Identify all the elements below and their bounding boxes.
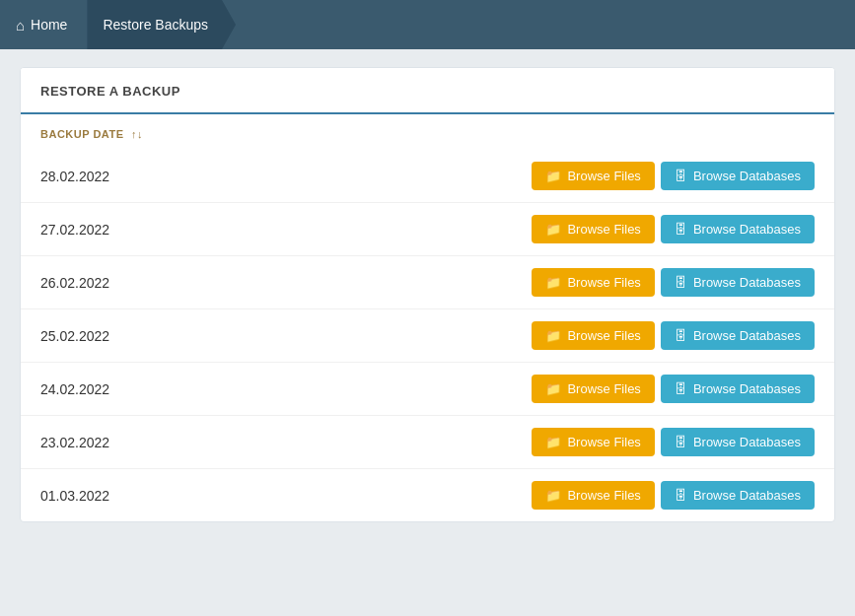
- breadcrumb-current[interactable]: Restore Backups: [87, 0, 236, 49]
- database-icon: 🗄: [675, 328, 687, 343]
- browse-databases-button[interactable]: 🗄Browse Databases: [661, 481, 815, 510]
- browse-files-button[interactable]: 📁Browse Files: [532, 481, 654, 510]
- browse-files-label: Browse Files: [567, 169, 640, 183]
- database-icon: 🗄: [675, 435, 687, 449]
- browse-files-label: Browse Files: [567, 328, 640, 343]
- table-row: 01.03.2022📁Browse Files🗄Browse Databases: [21, 469, 834, 522]
- folder-icon: 📁: [545, 275, 561, 290]
- browse-files-button[interactable]: 📁Browse Files: [532, 321, 654, 350]
- actions-cell: 📁Browse Files🗄Browse Databases: [266, 416, 834, 469]
- actions-cell: 📁Browse Files🗄Browse Databases: [266, 203, 834, 256]
- backup-date: 28.02.2022: [21, 150, 266, 203]
- browse-files-label: Browse Files: [567, 488, 640, 503]
- browse-databases-button[interactable]: 🗄Browse Databases: [661, 268, 815, 297]
- folder-icon: 📁: [545, 222, 561, 237]
- backup-date: 24.02.2022: [21, 363, 266, 416]
- browse-files-label: Browse Files: [567, 381, 640, 396]
- browse-databases-button[interactable]: 🗄Browse Databases: [661, 428, 815, 456]
- breadcrumb-nav: ⌂ Home Restore Backups: [0, 0, 855, 49]
- browse-databases-label: Browse Databases: [693, 435, 801, 449]
- folder-icon: 📁: [545, 435, 561, 449]
- actions-cell: 📁Browse Files🗄Browse Databases: [266, 363, 834, 416]
- browse-files-label: Browse Files: [567, 435, 640, 449]
- table-row: 28.02.2022📁Browse Files🗄Browse Databases: [21, 150, 834, 203]
- browse-databases-label: Browse Databases: [693, 275, 801, 290]
- backup-date: 25.02.2022: [21, 309, 266, 363]
- browse-files-button[interactable]: 📁Browse Files: [532, 162, 654, 190]
- actions-cell: 📁Browse Files🗄Browse Databases: [266, 150, 834, 203]
- database-icon: 🗄: [675, 381, 687, 396]
- backup-date: 23.02.2022: [21, 416, 266, 469]
- browse-files-label: Browse Files: [567, 275, 640, 290]
- browse-files-button[interactable]: 📁Browse Files: [532, 215, 654, 243]
- backup-date: 01.03.2022: [21, 469, 266, 522]
- breadcrumb-home-label: Home: [31, 17, 67, 33]
- sort-icon[interactable]: ↑↓: [131, 128, 143, 140]
- actions-cell: 📁Browse Files🗄Browse Databases: [266, 256, 834, 309]
- folder-icon: 📁: [545, 169, 561, 183]
- home-icon: ⌂: [16, 17, 25, 34]
- backup-table: BACKUP DATE ↑↓ 28.02.2022📁Browse Files🗄B…: [21, 114, 834, 521]
- table-row: 27.02.2022📁Browse Files🗄Browse Databases: [21, 203, 834, 256]
- breadcrumb-home[interactable]: ⌂ Home: [0, 0, 87, 49]
- backup-date: 26.02.2022: [21, 256, 266, 309]
- browse-files-button[interactable]: 📁Browse Files: [532, 375, 654, 403]
- table-row: 23.02.2022📁Browse Files🗄Browse Databases: [21, 416, 834, 469]
- browse-databases-label: Browse Databases: [693, 381, 801, 396]
- table-row: 26.02.2022📁Browse Files🗄Browse Databases: [21, 256, 834, 309]
- browse-databases-button[interactable]: 🗄Browse Databases: [661, 215, 815, 243]
- folder-icon: 📁: [545, 381, 561, 396]
- browse-databases-label: Browse Databases: [693, 222, 801, 237]
- card-title: RESTORE A BACKUP: [40, 84, 815, 99]
- breadcrumb-current-label: Restore Backups: [103, 17, 208, 33]
- table-row: 25.02.2022📁Browse Files🗄Browse Databases: [21, 309, 834, 363]
- column-actions-header: [266, 114, 834, 150]
- actions-cell: 📁Browse Files🗄Browse Databases: [266, 469, 834, 522]
- browse-databases-button[interactable]: 🗄Browse Databases: [661, 321, 815, 350]
- browse-databases-label: Browse Databases: [693, 488, 801, 503]
- restore-card: RESTORE A BACKUP BACKUP DATE ↑↓ 28.02.20…: [20, 67, 835, 522]
- backup-date: 27.02.2022: [21, 203, 266, 256]
- database-icon: 🗄: [675, 488, 687, 503]
- card-header: RESTORE A BACKUP: [21, 68, 834, 114]
- database-icon: 🗄: [675, 169, 687, 183]
- browse-databases-label: Browse Databases: [693, 169, 801, 183]
- browse-files-button[interactable]: 📁Browse Files: [532, 268, 654, 297]
- browse-databases-button[interactable]: 🗄Browse Databases: [661, 162, 815, 190]
- main-container: RESTORE A BACKUP BACKUP DATE ↑↓ 28.02.20…: [0, 49, 855, 540]
- database-icon: 🗄: [675, 275, 687, 290]
- browse-files-button[interactable]: 📁Browse Files: [532, 428, 654, 456]
- folder-icon: 📁: [545, 328, 561, 343]
- folder-icon: 📁: [545, 488, 561, 503]
- browse-databases-button[interactable]: 🗄Browse Databases: [661, 375, 815, 403]
- column-date-header[interactable]: BACKUP DATE ↑↓: [21, 114, 266, 150]
- browse-databases-label: Browse Databases: [693, 328, 801, 343]
- database-icon: 🗄: [675, 222, 687, 237]
- actions-cell: 📁Browse Files🗄Browse Databases: [266, 309, 834, 363]
- table-row: 24.02.2022📁Browse Files🗄Browse Databases: [21, 363, 834, 416]
- browse-files-label: Browse Files: [567, 222, 640, 237]
